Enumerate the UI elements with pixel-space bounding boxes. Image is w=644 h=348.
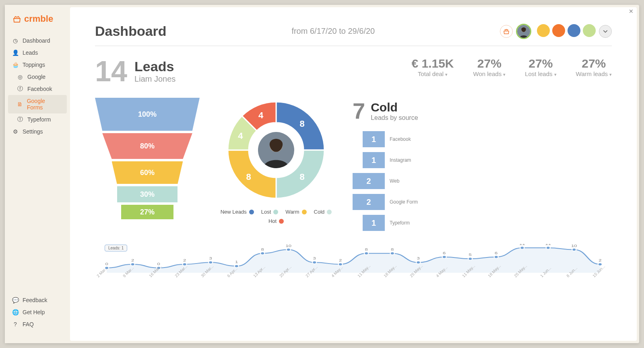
- svg-point-1: [506, 29, 507, 30]
- sidebar-item-feedback[interactable]: 💬Feedback: [5, 294, 70, 306]
- legend-dot: [279, 219, 284, 224]
- avatar-selected[interactable]: [516, 24, 531, 39]
- avatar-filter-dot[interactable]: [537, 24, 550, 37]
- source-bar: 2: [353, 173, 385, 189]
- legend-dot: [249, 210, 254, 214]
- funnel-stage: 100%: [95, 98, 200, 131]
- chevron-down-icon: ▾: [445, 72, 448, 77]
- svg-point-2: [507, 29, 508, 30]
- svg-text:8: 8: [261, 247, 264, 251]
- kpi-warm[interactable]: 27% Warm leads▾: [576, 57, 612, 77]
- svg-point-37: [494, 255, 498, 258]
- sidebar-item-get help[interactable]: 🌐Get Help: [5, 306, 70, 318]
- gear-icon: ⚙: [12, 128, 19, 135]
- funnel-stage: 30%: [117, 186, 178, 202]
- avatar-filter-dot[interactable]: [583, 24, 596, 37]
- svg-text:2: 2: [183, 258, 186, 262]
- cupcake-icon: 🧁: [12, 62, 19, 68]
- svg-point-15: [208, 261, 213, 264]
- svg-text:10: 10: [571, 244, 577, 247]
- source-bar-row: 2Google Form: [353, 194, 612, 210]
- donut-slice-label: 8: [299, 172, 304, 182]
- svg-text:2: 2: [131, 258, 134, 262]
- svg-point-29: [390, 252, 394, 255]
- svg-text:11: 11: [545, 244, 551, 246]
- sidebar-item-google forms[interactable]: 🗎Google Forms: [8, 95, 67, 113]
- source-bar-row: 1Facebook: [353, 131, 612, 147]
- kpi-total-deal[interactable]: € 1.15K Total deal▾: [411, 57, 454, 77]
- svg-point-0: [505, 29, 506, 30]
- sidebar-item-leads[interactable]: 👤Leads: [5, 47, 70, 59]
- funnel-chart: 100%80%60%30%27%: [95, 98, 200, 222]
- chevron-down-icon: ▾: [609, 72, 612, 77]
- source-label: Instagram: [390, 157, 411, 163]
- sources-subtitle: Leads by source: [371, 114, 418, 121]
- svg-text:3: 3: [417, 256, 420, 260]
- question-icon: ?: [12, 321, 19, 327]
- sidebar-item-facebook[interactable]: ⓕFacebook: [5, 83, 70, 95]
- crmble-icon[interactable]: [500, 25, 513, 38]
- source-bar: 1: [363, 131, 385, 147]
- legend-item: Cold: [314, 209, 332, 215]
- person-icon: 👤: [12, 49, 19, 56]
- sidebar-item-label: Settings: [23, 128, 43, 135]
- sidebar-item-faq[interactable]: ?FAQ: [5, 318, 70, 330]
- leads-count: 14: [95, 57, 127, 86]
- date-range[interactable]: from 6/17/20 to 29/6/20: [291, 27, 375, 36]
- brand-logo: crmble: [5, 14, 70, 35]
- google-icon: ◎: [17, 74, 23, 80]
- svg-point-31: [416, 261, 420, 264]
- close-icon[interactable]: ✕: [629, 8, 634, 14]
- svg-point-39: [520, 247, 524, 249]
- svg-text:6: 6: [495, 251, 497, 255]
- source-label: Google Form: [390, 199, 418, 205]
- kpi-won[interactable]: 27% Won leads▾: [473, 57, 506, 77]
- legend-dot: [327, 210, 332, 214]
- leads-title: Leads: [134, 59, 175, 74]
- avatar-filter-dot[interactable]: [552, 24, 565, 37]
- sources-total: 7: [353, 98, 365, 124]
- svg-text:3: 3: [313, 256, 316, 260]
- svg-point-21: [287, 248, 291, 251]
- svg-point-35: [468, 257, 472, 260]
- sidebar-item-label: Facebook: [27, 86, 52, 92]
- sidebar: crmble ◷Dashboard👤Leads🧁Toppings ◎Google…: [5, 5, 70, 343]
- svg-point-41: [546, 247, 550, 249]
- source-bar: 1: [363, 215, 385, 231]
- svg-text:6: 6: [443, 251, 446, 255]
- funnel-stage: 27%: [121, 205, 173, 219]
- sources-title: Cold: [371, 101, 418, 114]
- source-label: Web: [390, 178, 399, 184]
- kpi-leads: 14 Leads Liam Jones: [95, 57, 175, 86]
- svg-text:5: 5: [469, 253, 472, 257]
- typeform-icon: Ⓣ: [17, 116, 23, 123]
- chart-tooltip: Leads: 1: [105, 245, 127, 251]
- sidebar-item-settings[interactable]: ⚙ Settings: [5, 126, 70, 138]
- sidebar-item-label: Dashboard: [23, 37, 50, 44]
- globe-icon: 🌐: [12, 309, 19, 315]
- svg-text:8: 8: [365, 247, 368, 251]
- chat-icon: 💬: [12, 297, 19, 303]
- sidebar-item-typeform[interactable]: ⓉTypeform: [5, 113, 70, 126]
- expand-avatars-button[interactable]: [599, 25, 612, 38]
- donut-slice-label: 8: [246, 172, 251, 182]
- sidebar-item-label: Google Forms: [27, 98, 60, 111]
- sidebar-item-label: Toppings: [23, 62, 45, 68]
- leads-owner: Liam Jones: [134, 74, 175, 84]
- kpi-lost[interactable]: 27% Lost leads▾: [525, 57, 556, 77]
- legend-item: Lost: [261, 209, 279, 215]
- chevron-down-icon: ▾: [554, 72, 557, 77]
- source-bar-row: 2Web: [353, 173, 612, 189]
- source-bar: 2: [353, 194, 385, 210]
- avatar-filter-dot[interactable]: [568, 24, 580, 37]
- sidebar-item-google[interactable]: ◎Google: [5, 71, 70, 83]
- gauge-icon: ◷: [12, 37, 19, 44]
- main-nav: ◷Dashboard👤Leads🧁Toppings ◎GoogleⓕFacebo…: [5, 35, 70, 294]
- donut-slice-label: 4: [258, 110, 263, 121]
- svg-text:10: 10: [285, 244, 291, 247]
- sidebar-item-toppings[interactable]: 🧁Toppings: [5, 59, 70, 71]
- main-content: Dashboard from 6/17/20 to 29/6/20 14: [70, 7, 637, 341]
- sidebar-item-label: Typeform: [27, 116, 51, 123]
- donut-slice-label: 8: [299, 119, 304, 129]
- sidebar-item-dashboard[interactable]: ◷Dashboard: [5, 35, 70, 47]
